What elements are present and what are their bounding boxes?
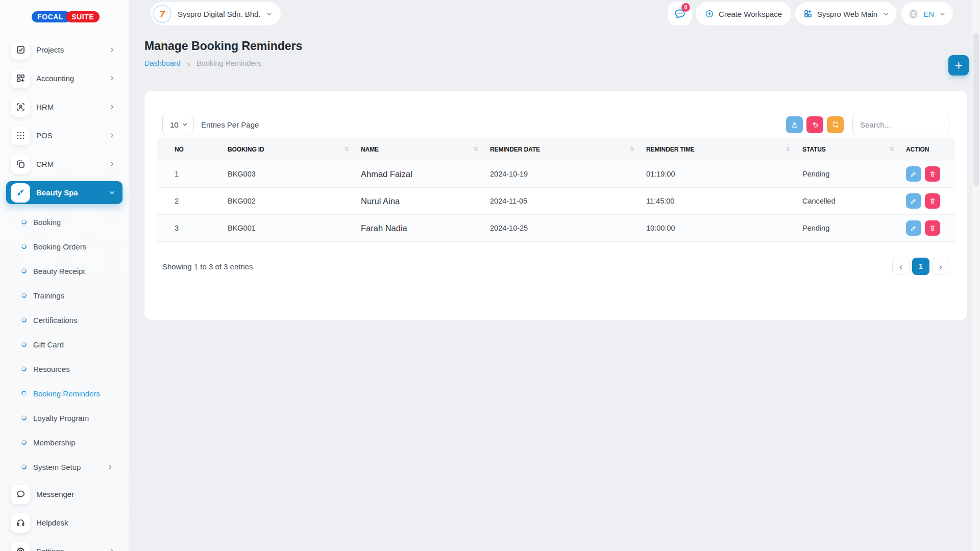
table-column-header[interactable]: ACTION [906, 138, 955, 161]
delete-button[interactable] [925, 166, 940, 182]
chevron-icon [109, 189, 115, 196]
search-input[interactable] [852, 114, 949, 135]
sidebar-submenu-item[interactable]: Trainings [0, 283, 129, 308]
sidebar-submenu-item[interactable]: Loyalty Program [0, 406, 129, 430]
pencil-icon [910, 197, 917, 205]
sidebar-submenu-item[interactable]: System Setup [0, 455, 129, 479]
sidebar-module-label: Projects [36, 45, 64, 54]
edit-button[interactable] [906, 193, 921, 209]
table-body: 1 BKG003 Ahmad Faizal 2024-10-19 01:19:0… [157, 161, 955, 242]
sidebar-module-item[interactable]: Projects [6, 38, 122, 61]
chat-button[interactable]: 0 [668, 2, 692, 26]
logo-suite: SUITE [66, 11, 100, 22]
edit-button[interactable] [906, 166, 921, 182]
cell-name: Farah Nadia [361, 223, 490, 233]
entries-per-page-label: Entries Per Page [201, 120, 259, 129]
chevron-icon [109, 161, 115, 167]
workspace-grid-icon [803, 9, 813, 18]
sidebar-submenu-item[interactable]: Resources [0, 357, 129, 381]
pagination-next-button[interactable] [932, 258, 949, 275]
cell-status: Cancelled [802, 197, 906, 205]
sidebar-submenu-item[interactable]: Booking [0, 210, 129, 234]
breadcrumb-current: Booking Reminders [197, 59, 261, 67]
table-column-header[interactable]: REMINDER DATE ⇅ [490, 138, 646, 161]
sort-icon: ⇅ [889, 146, 894, 153]
pagination-page-1[interactable]: 1 [912, 258, 929, 275]
chevron-right-icon [938, 263, 944, 269]
table-column-header[interactable]: STATUS ⇅ [802, 138, 906, 161]
pencil-icon [910, 170, 917, 178]
sidebar-submenu-label: Booking Reminders [33, 389, 100, 398]
table-column-header[interactable]: REMINDER TIME ⇅ [646, 138, 802, 161]
chevron-icon [109, 132, 115, 139]
sidebar-module-item[interactable]: HRM [6, 95, 122, 118]
pagination: 1 [890, 258, 949, 275]
delete-button[interactable] [925, 220, 940, 236]
sidebar-submenu-label: Membership [33, 438, 76, 447]
sidebar-module-label: Beauty Spa [36, 188, 78, 197]
sidebar-footer-item[interactable]: Settings [6, 540, 122, 551]
globe-icon [908, 9, 919, 19]
sidebar-submenu-item[interactable]: Booking Orders [0, 234, 129, 259]
sidebar-module-item[interactable]: POS [6, 124, 122, 147]
download-icon [791, 120, 799, 129]
sidebar-submenu-label: Beauty Receipt [33, 267, 85, 276]
plus-circle-icon [705, 9, 714, 18]
sidebar-footer-item[interactable]: Helpdesk [6, 511, 122, 534]
sidebar-footer-label: Helpdesk [36, 518, 68, 527]
chevron-icon [107, 464, 113, 470]
cell-booking-id: BKG002 [228, 197, 361, 205]
company-selector[interactable]: 7 Syspro Digital Sdn. Bhd. [151, 2, 281, 26]
sidebar-submenu-label: Trainings [33, 291, 64, 300]
chevron-down-icon [182, 121, 188, 128]
breadcrumb-separator-icon [186, 61, 191, 66]
sidebar-modules: Projects Accounting HRM POS CRM Bea [0, 38, 129, 204]
chevron-icon [109, 75, 115, 82]
cell-actions [906, 220, 955, 236]
sidebar-submenu-item[interactable]: Certifications [0, 308, 129, 332]
sidebar-module-item[interactable]: Accounting [6, 67, 122, 90]
sidebar-module-item[interactable]: Beauty Spa [6, 181, 122, 204]
cell-booking-id: BKG001 [228, 224, 361, 232]
edit-button[interactable] [906, 220, 921, 236]
scrollbar-thumb[interactable] [973, 33, 979, 186]
sidebar-module-item[interactable]: CRM [6, 153, 122, 176]
cell-no: 1 [157, 170, 228, 178]
cell-reminder-time: 10:00:00 [646, 224, 802, 232]
topbar: 7 Syspro Digital Sdn. Bhd. 0 Create Work… [129, 0, 980, 28]
reminders-table: NO BOOKING ID ⇅ NAME ⇅ REMINDER DATE ⇅ R… [157, 138, 955, 242]
language-selector[interactable]: EN [901, 2, 953, 26]
cell-actions [906, 193, 955, 209]
table-column-header[interactable]: BOOKING ID ⇅ [228, 138, 361, 161]
undo-button[interactable] [806, 116, 823, 133]
sidebar-submenu-label: Loyalty Program [33, 414, 89, 422]
chevron-down-icon [939, 11, 946, 17]
add-reminder-button[interactable] [948, 55, 969, 76]
gear-icon [16, 546, 26, 551]
sidebar-footer-item[interactable]: Messenger [6, 483, 122, 506]
table-column-header[interactable]: NO [157, 138, 228, 161]
sidebar-submenu-item[interactable]: Beauty Receipt [0, 259, 129, 283]
bullet-icon [21, 464, 28, 470]
refresh-button[interactable] [827, 116, 844, 133]
pagination-prev-button[interactable] [892, 258, 910, 275]
create-workspace-button[interactable]: Create Workspace [696, 2, 791, 26]
chat-badge: 0 [681, 3, 690, 12]
breadcrumb-dashboard-link[interactable]: Dashboard [144, 59, 181, 67]
entries-per-page-select[interactable]: 10 [162, 114, 194, 135]
delete-button[interactable] [925, 193, 940, 209]
sidebar-submenu-item[interactable]: Membership [0, 430, 129, 455]
bullet-icon [21, 439, 28, 446]
sidebar-submenu-label: Booking Orders [33, 242, 86, 251]
export-button[interactable] [786, 116, 803, 133]
sidebar-submenu-item[interactable]: Booking Reminders [0, 381, 129, 406]
workspace-menu[interactable]: Syspro Web Main [795, 2, 896, 26]
sidebar-submenu-item[interactable]: Gift Card [0, 332, 129, 357]
sidebar-submenu-label: System Setup [33, 463, 81, 471]
sort-icon: ⇅ [344, 146, 349, 153]
undo-icon [811, 120, 819, 129]
page-title: Manage Booking Reminders [144, 39, 980, 53]
table-column-header[interactable]: NAME ⇅ [361, 138, 490, 161]
bullet-icon [21, 219, 28, 226]
Farah Nadia: 3 BKG001 Farah Nadia 2024-10-25 10:00:00… [157, 215, 955, 242]
